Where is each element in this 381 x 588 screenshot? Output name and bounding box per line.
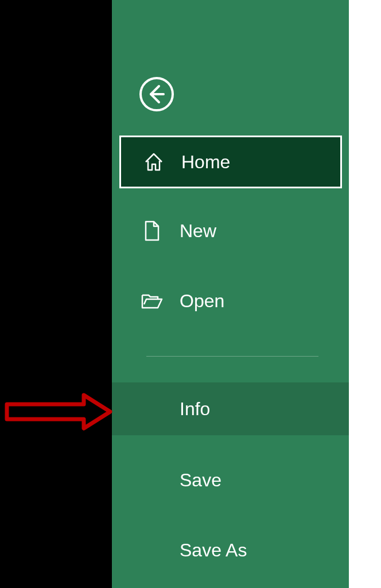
black-background-region <box>0 0 112 588</box>
folder-icon <box>141 289 164 312</box>
menu-item-save-as[interactable]: Save As <box>119 524 342 577</box>
menu-item-label: Save <box>180 470 221 491</box>
menu-divider <box>146 356 318 357</box>
menu-item-label: Save As <box>180 540 247 561</box>
file-icon <box>141 219 164 242</box>
menu-item-info[interactable]: Info <box>112 382 349 435</box>
menu-item-save[interactable]: Save <box>119 454 342 506</box>
menu-item-label: New <box>180 220 216 242</box>
white-content-region <box>349 0 381 588</box>
menu-item-new[interactable]: New <box>119 204 342 257</box>
menu-item-label: Home <box>181 152 230 173</box>
back-button[interactable] <box>138 76 175 113</box>
home-icon <box>142 150 165 173</box>
menu-item-label: Info <box>180 399 210 420</box>
menu-item-open[interactable]: Open <box>119 274 342 327</box>
menu-item-label: Open <box>180 291 224 312</box>
file-menu-sidebar: Home New Open Info Save Save As <box>112 0 349 588</box>
menu-item-home[interactable]: Home <box>119 136 342 188</box>
back-arrow-icon <box>138 105 175 114</box>
